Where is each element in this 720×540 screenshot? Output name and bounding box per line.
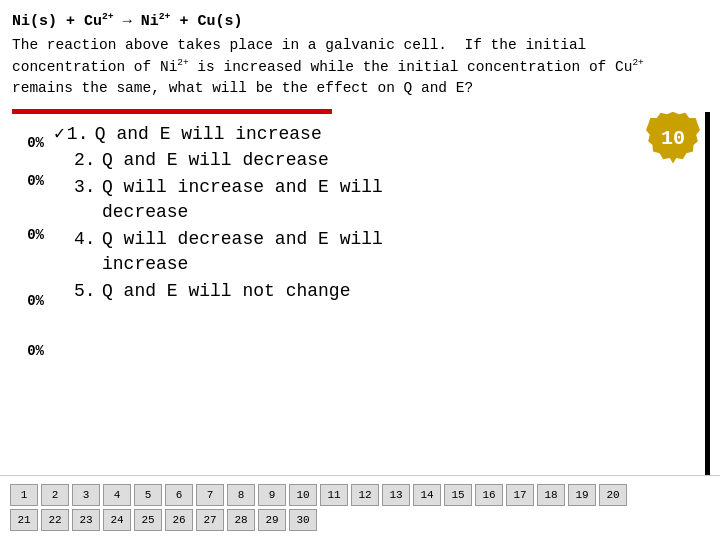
nav-btn-23[interactable]: 23 [72,509,100,531]
nav-btn-24[interactable]: 24 [103,509,131,531]
answers-section: 0% 0% 0% 0% 0% ✓ 1. Q and E will increas… [0,114,720,475]
choice-text-3: Q will increase and E willdecrease [102,175,383,225]
pct-4: 0% [10,270,48,332]
percent-column: 0% 0% 0% 0% 0% [10,122,48,475]
nav-btn-3[interactable]: 3 [72,484,100,506]
nav-btn-18[interactable]: 18 [537,484,565,506]
nav-btn-25[interactable]: 25 [134,509,162,531]
nav-btn-15[interactable]: 15 [444,484,472,506]
nav-btn-16[interactable]: 16 [475,484,503,506]
nav-btn-28[interactable]: 28 [227,509,255,531]
main-container: Ni(s) + Cu2+ → Ni2+ + Cu(s) The reaction… [0,0,720,540]
nav-btn-13[interactable]: 13 [382,484,410,506]
choice-number-4: 4. [74,227,102,252]
nav-btn-6[interactable]: 6 [165,484,193,506]
nav-btn-9[interactable]: 9 [258,484,286,506]
nav-btn-30[interactable]: 30 [289,509,317,531]
nav-row-1: 1234567891011121314151617181920 [10,484,710,506]
nav-btn-22[interactable]: 22 [41,509,69,531]
choice-1[interactable]: ✓ 1. Q and E will increase [54,122,710,147]
nav-btn-8[interactable]: 8 [227,484,255,506]
choices-column: ✓ 1. Q and E will increase 2. Q and E wi… [48,122,710,475]
choice-3[interactable]: 3. Q will increase and E willdecrease [54,175,710,225]
choice-number-5: 5. [74,279,102,304]
pct-3: 0% [10,200,48,270]
nav-btn-10[interactable]: 10 [289,484,317,506]
nav-btn-19[interactable]: 19 [568,484,596,506]
pct-5: 0% [10,332,48,370]
choice-text-5: Q and E will not change [102,279,350,304]
choice-text-2: Q and E will decrease [102,148,329,173]
nav-row-2: 21222324252627282930 [10,509,710,531]
choice-text-4: Q will decrease and E willincrease [102,227,383,277]
nav-btn-1[interactable]: 1 [10,484,38,506]
question-body: The reaction above takes place in a galv… [12,35,708,99]
nav-btn-2[interactable]: 2 [41,484,69,506]
choice-text-1: Q and E will increase [95,122,322,147]
nav-btn-27[interactable]: 27 [196,509,224,531]
pct-2: 0% [10,162,48,200]
nav-btn-5[interactable]: 5 [134,484,162,506]
checkmark-icon: ✓ [54,122,65,147]
nav-btn-26[interactable]: 26 [165,509,193,531]
choice-2[interactable]: 2. Q and E will decrease [54,148,710,173]
nav-btn-14[interactable]: 14 [413,484,441,506]
nav-btn-29[interactable]: 29 [258,509,286,531]
nav-btn-20[interactable]: 20 [599,484,627,506]
black-bar [705,112,710,475]
choice-5[interactable]: 5. Q and E will not change [54,279,710,304]
nav-btn-17[interactable]: 17 [506,484,534,506]
choice-4[interactable]: 4. Q will decrease and E willincrease [54,227,710,277]
chem-equation: Ni(s) + Cu2+ → Ni2+ + Cu(s) [12,10,708,33]
pct-1: 0% [10,124,48,162]
nav-btn-12[interactable]: 12 [351,484,379,506]
nav-btn-4[interactable]: 4 [103,484,131,506]
nav-btn-7[interactable]: 7 [196,484,224,506]
nav-btn-11[interactable]: 11 [320,484,348,506]
nav-area: 1234567891011121314151617181920 21222324… [0,475,720,540]
choice-number-3: 3. [74,175,102,200]
choice-number-1: 1. [67,122,95,147]
question-area: Ni(s) + Cu2+ → Ni2+ + Cu(s) The reaction… [0,0,720,103]
nav-btn-21[interactable]: 21 [10,509,38,531]
choice-number-2: 2. [74,148,102,173]
